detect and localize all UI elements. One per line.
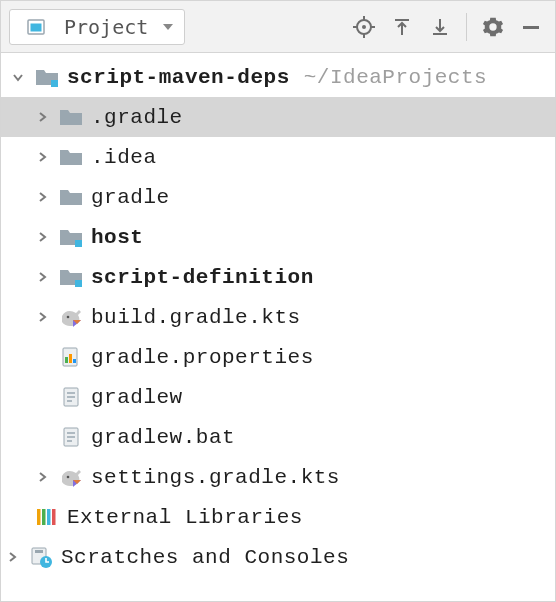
svg-point-29 (67, 476, 70, 479)
chevron-right-icon[interactable] (1, 546, 23, 568)
chevron-down-icon (162, 22, 174, 32)
chevron-right-icon[interactable] (31, 146, 53, 168)
project-tree[interactable]: script-maven-deps ~/IdeaProjects .gradle… (1, 53, 555, 577)
settings-button[interactable] (477, 11, 509, 43)
chevron-down-icon[interactable] (7, 66, 29, 88)
collapse-all-button[interactable] (424, 11, 456, 43)
svg-rect-1 (31, 23, 42, 31)
tree-node-path: ~/IdeaProjects (304, 66, 487, 89)
tree-node-label: script-definition (91, 266, 314, 289)
folder-icon (57, 143, 85, 171)
view-selector-label: Project (64, 15, 148, 39)
module-folder-icon (57, 223, 85, 251)
svg-rect-19 (69, 354, 72, 363)
svg-rect-20 (73, 359, 76, 363)
tree-node-label: gradlew.bat (91, 426, 235, 449)
tree-node-label: settings.gradle.kts (91, 466, 340, 489)
chevron-right-icon[interactable] (31, 186, 53, 208)
expand-all-button[interactable] (386, 11, 418, 43)
tree-node-label: .gradle (91, 106, 183, 129)
project-toolbar: Project (1, 1, 555, 53)
svg-rect-12 (523, 26, 539, 29)
gradle-kotlin-icon (57, 303, 85, 331)
folder-icon (57, 183, 85, 211)
scratches-icon (27, 543, 55, 571)
svg-rect-18 (65, 357, 68, 363)
svg-rect-15 (75, 280, 82, 287)
chevron-right-icon[interactable] (31, 306, 53, 328)
tree-node-label: build.gradle.kts (91, 306, 301, 329)
crosshair-icon (353, 16, 375, 38)
minimize-icon (521, 17, 541, 37)
svg-rect-32 (47, 509, 51, 525)
svg-point-16 (67, 316, 70, 319)
svg-rect-33 (52, 509, 56, 525)
tree-row[interactable]: gradlew (1, 377, 555, 417)
hide-panel-button[interactable] (515, 11, 547, 43)
module-folder-icon (33, 63, 61, 91)
tree-node-label: script-maven-deps (67, 66, 290, 89)
module-folder-icon (57, 263, 85, 291)
folder-icon (57, 103, 85, 131)
tree-node-label: gradle (91, 186, 170, 209)
svg-rect-13 (51, 80, 58, 87)
tree-node-label: .idea (91, 146, 157, 169)
tree-node-label: gradlew (91, 386, 183, 409)
tree-row[interactable]: build.gradle.kts (1, 297, 555, 337)
svg-rect-31 (42, 509, 46, 525)
tree-row[interactable]: script-definition (1, 257, 555, 297)
toolbar-separator (466, 13, 467, 41)
text-file-icon (57, 383, 85, 411)
collapse-all-icon (430, 17, 450, 37)
chevron-right-icon[interactable] (31, 226, 53, 248)
chevron-right-icon[interactable] (31, 106, 53, 128)
view-selector[interactable]: Project (9, 9, 185, 45)
tree-row-root[interactable]: script-maven-deps ~/IdeaProjects (1, 57, 555, 97)
tree-row[interactable]: gradlew.bat (1, 417, 555, 457)
project-view-icon (22, 13, 50, 41)
tree-node-label: host (91, 226, 143, 249)
libraries-icon (33, 503, 61, 531)
gradle-kotlin-icon (57, 463, 85, 491)
tree-row[interactable]: gradle.properties (1, 337, 555, 377)
text-file-icon (57, 423, 85, 451)
tree-spacer (7, 506, 29, 528)
properties-file-icon (57, 343, 85, 371)
tree-spacer (31, 346, 53, 368)
svg-rect-35 (35, 550, 43, 553)
tree-row[interactable]: host (1, 217, 555, 257)
tree-row[interactable]: gradle (1, 177, 555, 217)
tree-row-scratches[interactable]: Scratches and Consoles (1, 537, 555, 577)
locate-button[interactable] (348, 11, 380, 43)
expand-all-icon (392, 17, 412, 37)
tree-node-label: Scratches and Consoles (61, 546, 349, 569)
svg-rect-14 (75, 240, 82, 247)
tree-row[interactable]: .idea (1, 137, 555, 177)
svg-rect-30 (37, 509, 41, 525)
chevron-right-icon[interactable] (31, 466, 53, 488)
tree-row-external-libs[interactable]: External Libraries (1, 497, 555, 537)
project-tool-window: Project (0, 0, 556, 602)
tree-row[interactable]: settings.gradle.kts (1, 457, 555, 497)
tree-spacer (31, 386, 53, 408)
gear-icon (482, 16, 504, 38)
chevron-right-icon[interactable] (31, 266, 53, 288)
svg-point-3 (362, 25, 366, 29)
tree-node-label: External Libraries (67, 506, 303, 529)
tree-spacer (31, 426, 53, 448)
tree-row[interactable]: .gradle (1, 97, 555, 137)
tree-node-label: gradle.properties (91, 346, 314, 369)
